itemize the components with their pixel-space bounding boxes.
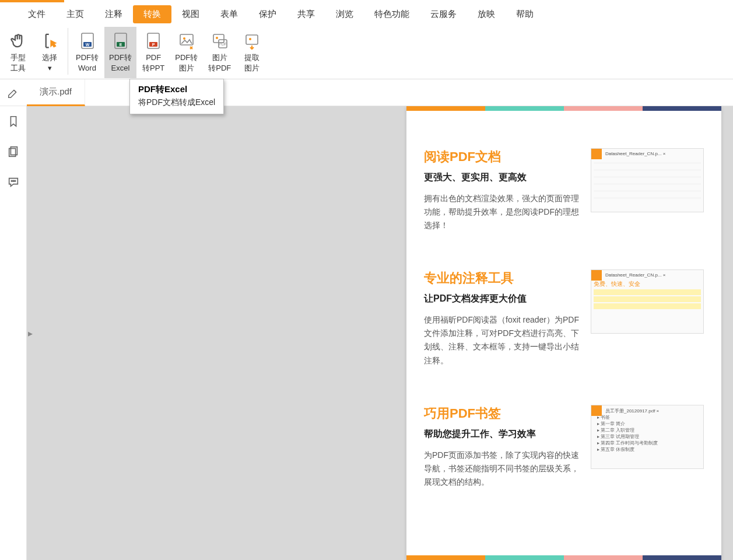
section-body: 使用福昕PDF阅读器（foxit reader）为PDF文件添加注释，可对PDF…	[424, 313, 580, 367]
pdf-ppt-icon: P	[143, 30, 164, 51]
document-tab[interactable]: 演示.pdf	[27, 79, 85, 106]
ribbon-label: PDF转Excel	[109, 52, 132, 73]
ribbon-label: PDF转图片	[175, 52, 198, 73]
ribbon-pdf-word[interactable]: WPDF转Word	[71, 27, 103, 78]
ribbon-hand[interactable]: 手型工具	[3, 27, 33, 78]
pdf-word-icon: W	[77, 30, 98, 51]
ribbon-label: 提取图片	[244, 52, 259, 73]
ribbon-label: PDF转Word	[76, 52, 99, 73]
left-sidebar	[0, 106, 27, 560]
section-thumbnail: 员工手册_20120917.pdf ×▸ 书签▸ 第一章 简介▸ 第二章 入职管…	[591, 405, 704, 469]
svg-text:PDF: PDF	[219, 42, 227, 46]
document-viewport[interactable]: 阅读PDF文档更强大、更实用、更高效拥有出色的文档渲染效果，强大的页面管理功能，…	[27, 106, 733, 560]
menu-item-转换[interactable]: 转换	[133, 5, 171, 23]
section-title: 阅读PDF文档	[424, 148, 580, 166]
section-thumbnail: Datasheet_Reader_CN.p... ×免费、快速、安全	[591, 270, 704, 334]
document-tab-label: 演示.pdf	[40, 86, 72, 97]
section-body: 为PDF页面添加书签，除了实现内容的快速导航，书签还能指明不同书签的层级关系，展…	[424, 449, 580, 489]
svg-point-16	[249, 38, 251, 40]
menu-item-云服务[interactable]: 云服务	[420, 5, 467, 23]
ribbon-label: 手型工具	[10, 52, 26, 73]
ribbon-toolbar: 手型工具选择▾WPDF转WordEPDF转ExcelPPDF转PPTPDF转图片…	[0, 26, 733, 79]
bookmark-icon[interactable]	[6, 114, 20, 128]
doc-section: 阅读PDF文档更强大、更实用、更高效拥有出色的文档渲染效果，强大的页面管理功能，…	[424, 148, 704, 232]
pdf-excel-icon: E	[110, 30, 131, 51]
menu-item-注释[interactable]: 注释	[94, 5, 133, 23]
hand-icon	[8, 30, 29, 51]
section-subtitle: 帮助您提升工作、学习效率	[424, 428, 580, 440]
section-subtitle: 让PDF文档发挥更大价值	[424, 293, 580, 305]
section-subtitle: 更强大、更实用、更高效	[424, 172, 580, 184]
ribbon-label: 图片转PDF	[208, 52, 231, 73]
annotation-tool-icon[interactable]	[0, 86, 27, 99]
svg-point-21	[14, 180, 15, 181]
menu-item-表单[interactable]: 表单	[210, 5, 248, 23]
section-title: 专业的注释工具	[424, 270, 580, 287]
ribbon-extract-image[interactable]: 提取图片	[237, 27, 267, 78]
menu-item-主页[interactable]: 主页	[56, 5, 94, 23]
menu-item-帮助[interactable]: 帮助	[506, 5, 544, 23]
sidebar-expand-handle[interactable]: ▸	[27, 327, 34, 339]
pages-icon[interactable]	[6, 145, 20, 159]
svg-text:W: W	[85, 43, 89, 47]
menu-item-放映[interactable]: 放映	[467, 5, 506, 23]
ribbon-label: 选择▾	[42, 52, 57, 73]
tooltip-title: PDF转Excel	[138, 84, 215, 95]
ribbon-pdf-ppt[interactable]: PPDF转PPT	[138, 27, 169, 78]
main-area: ▸ 阅读PDF文档更强大、更实用、更高效拥有出色的文档渲染效果，强大的页面管理功…	[0, 106, 733, 560]
ribbon-pdf-excel[interactable]: EPDF转Excel	[104, 27, 136, 78]
doc-section: 专业的注释工具让PDF文档发挥更大价值使用福昕PDF阅读器（foxit read…	[424, 270, 704, 367]
section-body: 拥有出色的文档渲染效果，强大的页面管理功能，帮助提升效率，是您阅读PDF的理想选…	[424, 192, 580, 232]
page-stripe-bottom	[406, 555, 721, 560]
svg-point-10	[183, 37, 185, 40]
svg-text:E: E	[119, 43, 122, 47]
svg-rect-15	[246, 35, 258, 44]
menu-bar: 文件主页注释转换视图表单保护共享浏览特色功能云服务放映帮助	[0, 2, 733, 26]
svg-point-19	[11, 180, 12, 181]
svg-point-20	[13, 180, 14, 181]
ribbon-pdf-image[interactable]: PDF转图片	[170, 27, 202, 78]
pdf-image-icon	[176, 30, 197, 51]
image-pdf-icon: PDF	[209, 30, 230, 51]
menu-item-共享[interactable]: 共享	[287, 5, 325, 23]
select-icon	[39, 30, 60, 51]
doc-section: 巧用PDF书签帮助您提升工作、学习效率为PDF页面添加书签，除了实现内容的快速导…	[424, 405, 704, 489]
section-thumbnail: Datasheet_Reader_CN.p... ×	[591, 148, 704, 212]
svg-text:P: P	[152, 43, 155, 47]
menu-item-文件[interactable]: 文件	[17, 5, 56, 23]
menu-item-保护[interactable]: 保护	[248, 5, 287, 23]
ribbon-label: PDF转PPT	[142, 52, 164, 73]
ribbon-image-pdf[interactable]: PDF图片转PDF	[204, 27, 236, 78]
ribbon-tooltip: PDF转Excel 将PDF文档转成Excel	[129, 79, 224, 114]
document-tab-row: 演示.pdf	[0, 79, 733, 106]
ribbon-select[interactable]: 选择▾	[34, 27, 65, 78]
comment-icon[interactable]	[6, 175, 20, 189]
menu-item-视图[interactable]: 视图	[171, 5, 210, 23]
ribbon-separator	[68, 28, 68, 75]
extract-image-icon	[241, 30, 262, 51]
menu-item-特色功能[interactable]: 特色功能	[364, 5, 420, 23]
section-title: 巧用PDF书签	[424, 405, 580, 422]
document-page: 阅读PDF文档更强大、更实用、更高效拥有出色的文档渲染效果，强大的页面管理功能，…	[406, 106, 721, 560]
page-stripe-top	[406, 106, 721, 111]
svg-point-12	[216, 37, 218, 39]
tooltip-body: 将PDF文档转成Excel	[138, 97, 215, 108]
menu-item-浏览[interactable]: 浏览	[325, 5, 364, 23]
